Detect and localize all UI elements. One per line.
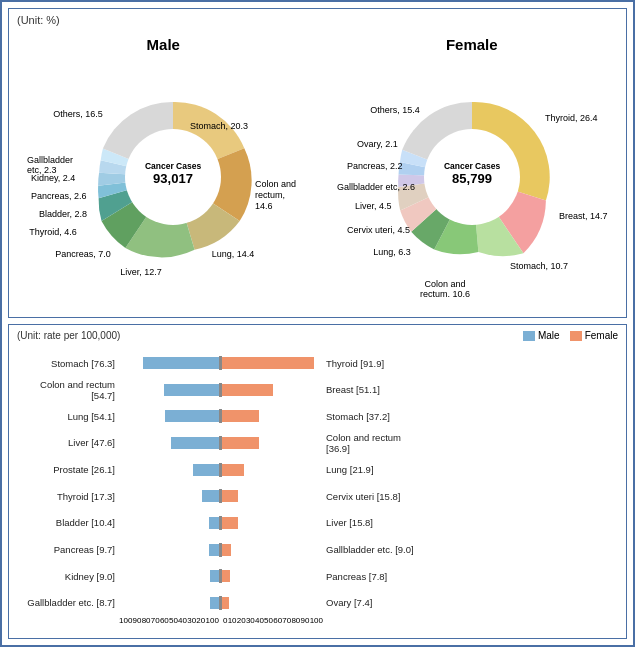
axis-tick-80r: 80 (291, 616, 300, 625)
left-label-4: Prostate [26.1] (14, 464, 119, 475)
right-bar-area-8 (222, 570, 322, 582)
female-chart-wrapper: Female (327, 36, 617, 306)
male-label-gallbladder: Gallbladder (27, 155, 73, 165)
right-bar-9 (222, 597, 229, 609)
right-bar-7 (222, 544, 231, 556)
male-chart-title: Male (147, 36, 180, 53)
left-bar-7 (209, 544, 219, 556)
female-label-stomach: Stomach, 10.7 (510, 261, 568, 271)
left-label-2: Lung [54.1] (14, 411, 119, 422)
axis-tick-90l: 90 (133, 616, 142, 625)
right-label-5: Cervix uteri [15.8] (322, 491, 427, 502)
axis-tick-0l: 0 (215, 616, 219, 625)
axis-tick-40r: 40 (255, 616, 264, 625)
female-label-others: Others, 15.4 (370, 105, 420, 115)
axis-tick-100l: 100 (119, 616, 132, 625)
bar-row: Lung [54.1] Stomach [37.2] (14, 405, 621, 427)
male-label-colon3: 14.6 (255, 201, 273, 211)
left-bar-area-2 (119, 410, 219, 422)
axis-tick-90r: 90 (301, 616, 310, 625)
right-bar-area-5 (222, 490, 322, 502)
legend-male-box (523, 331, 535, 341)
bar-row: Prostate [26.1] Lung [21.9] (14, 459, 621, 481)
left-bar-3 (171, 437, 219, 449)
male-label-pancreas7: Pancreas, 7.0 (55, 249, 111, 259)
legend-male-label: Male (538, 330, 560, 341)
axis-tick-50r: 50 (264, 616, 273, 625)
right-bar-area-6 (222, 517, 322, 529)
male-label-liver: Liver, 12.7 (120, 267, 162, 277)
left-bar-area-8 (119, 570, 219, 582)
left-bar-area-3 (119, 437, 219, 449)
male-label-colon1: Colon and (255, 179, 296, 189)
axis-tick-100r: 100 (310, 616, 323, 625)
male-center-label1: Cancer Cases (145, 161, 202, 171)
bar-row: Pancreas [9.7] Gallbladder etc. [9.0] (14, 539, 621, 561)
axis-right: 0 10 20 30 40 50 60 70 80 90 100 (223, 616, 323, 625)
bar-row: Gallbladder etc. [8.7] Ovary [7.4] (14, 592, 621, 614)
male-label-lung: Lung, 14.4 (212, 249, 255, 259)
left-label-8: Kidney [9.0] (14, 571, 119, 582)
male-label-bladder: Bladder, 2.8 (39, 209, 87, 219)
bottom-unit-label: (Unit: rate per 100,000) (17, 330, 120, 341)
left-bar-area-7 (119, 544, 219, 556)
bottom-section: (Unit: rate per 100,000) Male Female Sto… (8, 324, 627, 639)
female-label-colon1: Colon and (424, 279, 465, 289)
right-bar-6 (222, 517, 238, 529)
bar-row: Thyroid [17.3] Cervix uteri [15.8] (14, 485, 621, 507)
left-label-7: Pancreas [9.7] (14, 544, 119, 555)
right-bar-1 (222, 384, 273, 396)
main-container: (Unit: %) Male (0, 0, 635, 647)
axis-tick-40l: 40 (178, 616, 187, 625)
female-label-breast: Breast, 14.7 (559, 211, 608, 221)
right-bar-area-0 (222, 357, 322, 369)
left-bar-8 (210, 570, 219, 582)
axis-tick-60r: 60 (273, 616, 282, 625)
female-center-value: 85,799 (452, 171, 492, 186)
legend-female-label: Female (585, 330, 618, 341)
right-bar-2 (222, 410, 259, 422)
right-bar-area-4 (222, 464, 322, 476)
male-label-stomach: Stomach, 20.3 (190, 121, 248, 131)
left-bar-0 (143, 357, 219, 369)
top-section: (Unit: %) Male (8, 8, 627, 318)
left-bar-area-1 (119, 384, 219, 396)
female-label-liver: Liver, 4.5 (355, 201, 392, 211)
right-label-3: Colon and rectum [36.9] (322, 432, 427, 454)
charts-row: Male (9, 15, 626, 317)
male-label-colon2: rectum, (255, 190, 285, 200)
left-label-9: Gallbladder etc. [8.7] (14, 597, 119, 608)
male-label-pancreas2: Pancreas, 2.6 (31, 191, 87, 201)
female-label-colon2: rectum, 10.6 (420, 289, 470, 297)
legend-female-box (570, 331, 582, 341)
right-bar-area-2 (222, 410, 322, 422)
female-label-thyroid: Thyroid, 26.4 (545, 113, 598, 123)
legend-female: Female (570, 330, 618, 341)
right-bar-area-1 (222, 384, 322, 396)
left-label-0: Stomach [76.3] (14, 358, 119, 369)
left-label-3: Liver [47.6] (14, 437, 119, 448)
right-label-0: Thyroid [91.9] (322, 358, 427, 369)
axis-tick-50l: 50 (169, 616, 178, 625)
axis-tick-10l: 10 (205, 616, 214, 625)
female-label-pancreas: Pancreas, 2.2 (347, 161, 403, 171)
legend-male: Male (523, 330, 560, 341)
bar-row: Kidney [9.0] Pancreas [7.8] (14, 565, 621, 587)
bar-row: Stomach [76.3] Thyroid [91.9] (14, 352, 621, 374)
right-bar-8 (222, 570, 230, 582)
right-bar-3 (222, 437, 259, 449)
bar-row: Liver [47.6] Colon and rectum [36.9] (14, 432, 621, 454)
axis-tick-20l: 20 (196, 616, 205, 625)
left-bar-area-4 (119, 464, 219, 476)
top-unit-label: (Unit: %) (17, 14, 60, 26)
right-bar-area-3 (222, 437, 322, 449)
left-bar-5 (202, 490, 219, 502)
female-label-cervix: Cervix uteri, 4.5 (347, 225, 410, 235)
axis-left: 100 90 80 70 60 50 40 30 20 10 0 (119, 616, 219, 625)
left-bar-area-0 (119, 357, 219, 369)
female-donut-svg: Thyroid, 26.4 Breast, 14.7 Stomach, 10.7… (327, 57, 617, 297)
right-label-4: Lung [21.9] (322, 464, 427, 475)
right-label-7: Gallbladder etc. [9.0] (322, 544, 427, 555)
left-bar-area-5 (119, 490, 219, 502)
axis-tick-20r: 20 (237, 616, 246, 625)
